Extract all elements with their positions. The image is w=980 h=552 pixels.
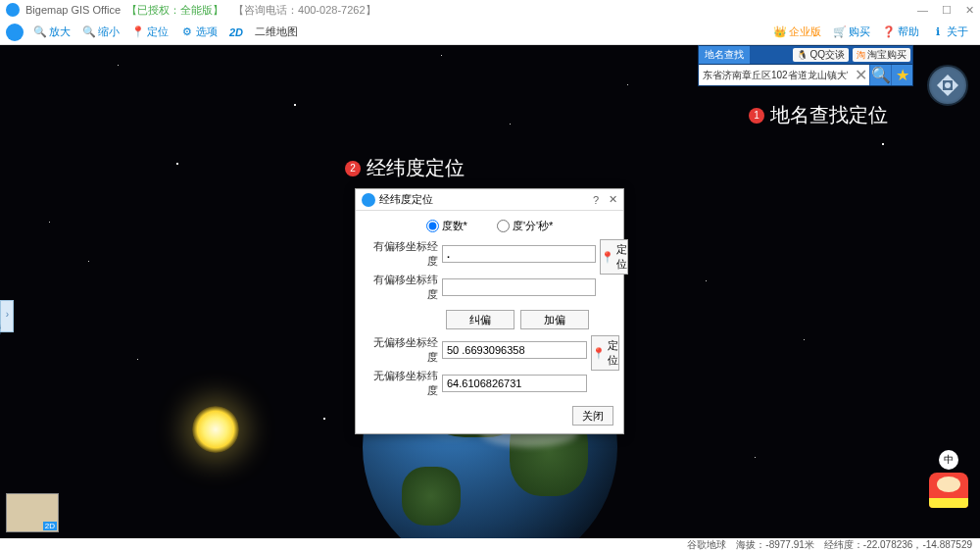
mode-label: 二维地图 [249,25,304,39]
label-nooffset-lng: 无偏移坐标经度 [366,335,442,365]
license-label: 【已授权：全能版】 [126,3,223,18]
buy-button[interactable]: 🛒购买 [827,25,876,39]
app-logo-large-icon [6,24,24,41]
locate-menu-button[interactable]: 📍定位 [125,25,174,39]
help-icon: ❓ [882,25,896,39]
qq-icon: 🐧 [797,50,808,60]
minimize-button[interactable]: ― [917,4,928,17]
callout-2: 2 经纬度定位 [345,155,465,181]
label-offset-lat: 有偏移坐标纬度 [366,273,442,302]
dialog-title: 经纬度定位 [379,192,433,207]
correct-offset-button[interactable]: 纠偏 [446,310,514,329]
close-window-button[interactable]: ✕ [965,4,974,17]
radio-dms[interactable]: 度'分'秒* [497,219,553,233]
status-provider: 谷歌地球 [687,538,726,552]
input-offset-lng[interactable] [442,245,596,263]
zoom-out-button[interactable]: 🔍缩小 [76,25,125,39]
menubar: 🔍放大 🔍缩小 📍定位 ⚙选项 2D 二维地图 👑企业版 🛒购买 ❓帮助 ℹ关于 [0,20,980,45]
cart-icon: 🛒 [833,25,847,39]
hotline-label: 【咨询电话：400-028-7262】 [233,3,376,18]
label-nooffset-lat: 无偏移坐标纬度 [366,369,442,398]
dialog-close-button[interactable]: ✕ [609,193,617,206]
locate-nooffset-button[interactable]: 📍定位 [591,335,619,371]
favorite-button[interactable]: ★ [891,65,912,85]
callout-1: 1 地名查找定位 [749,102,888,128]
close-icon: ✕ [855,66,867,84]
mode-2d-button[interactable]: 2D [223,26,249,38]
zoom-in-button[interactable]: 🔍放大 [27,25,76,39]
status-coords: 经纬度：-22.078236，-14.887529 [824,538,972,552]
avatar-bubble: 中 [939,450,958,470]
help-button[interactable]: ❓帮助 [876,25,925,39]
dialog-help-button[interactable]: ? [593,194,599,206]
options-menu-button[interactable]: ⚙选项 [174,25,223,39]
place-search-panel: 地名查找 🐧QQ交谈 淘淘宝购买 ✕ 🔍 ★ [698,45,913,86]
callout-badge: 1 [749,108,764,124]
about-button[interactable]: ℹ关于 [925,25,974,39]
side-panel-tab[interactable]: › 模型管理 › [0,300,14,332]
zoom-in-icon: 🔍 [33,25,47,39]
statusbar: 谷歌地球 海拔：-8977.91米 经纬度：-22.078236，-14.887… [0,538,980,552]
add-offset-button[interactable]: 加偏 [520,310,589,329]
taobao-buy-button[interactable]: 淘淘宝购买 [853,48,910,62]
search-icon: 🔍 [871,66,891,84]
crown-icon: 👑 [773,25,787,39]
avatar-body [929,473,968,508]
enterprise-button[interactable]: 👑企业版 [767,25,827,39]
dialog-logo-icon [362,193,375,207]
locate-offset-button[interactable]: 📍定位 [600,239,628,275]
zoom-out-icon: 🔍 [82,25,96,39]
gear-icon: ⚙ [180,25,194,39]
clear-search-button[interactable]: ✕ [852,65,869,85]
callout-text: 经纬度定位 [367,155,465,181]
input-nooffset-lat[interactable] [442,375,587,392]
latlng-dialog: 经纬度定位 ? ✕ 度数* 度'分'秒* 有偏移坐标经度 有偏移坐标纬度 [355,188,624,434]
input-offset-lat[interactable] [442,278,596,296]
place-search-input[interactable] [699,65,852,85]
compass-control[interactable] [927,65,968,106]
dialog-close-action-button[interactable]: 关闭 [572,406,613,426]
sun [192,406,239,453]
input-nooffset-lng[interactable] [442,341,587,359]
app-name: Bigemap GIS Office [25,4,121,16]
taobao-icon: 淘 [857,49,865,62]
callout-text: 地名查找定位 [770,102,888,128]
star-icon: ★ [896,66,909,84]
radio-degree[interactable]: 度数* [426,219,467,233]
status-elevation: 海拔：-8977.91米 [736,538,813,552]
label-offset-lng: 有偏移坐标经度 [366,239,442,269]
callout-badge: 2 [345,161,361,176]
qq-chat-button[interactable]: 🐧QQ交谈 [793,48,849,62]
info-icon: ℹ [931,25,945,39]
titlebar: Bigemap GIS Office 【已授权：全能版】 【咨询电话：400-0… [0,0,980,20]
app-logo-icon [6,3,20,17]
map-canvas[interactable]: › 模型管理 › 2D 地名查找 🐧QQ交谈 淘淘宝购买 ✕ 🔍 ★ 1 地名查… [0,45,980,538]
tab-place-search[interactable]: 地名查找 [699,46,750,64]
pin-icon: 📍 [131,25,145,39]
search-button[interactable]: 🔍 [869,65,891,85]
pin-icon: 📍 [592,347,606,360]
minimap-mode-badge: 2D [43,522,57,530]
assistant-avatar[interactable]: 中 [927,450,970,509]
maximize-button[interactable]: ☐ [942,4,952,17]
minimap[interactable]: 2D [6,493,59,532]
pin-icon: 📍 [601,251,614,264]
chevron-right-icon: › [2,307,13,322]
